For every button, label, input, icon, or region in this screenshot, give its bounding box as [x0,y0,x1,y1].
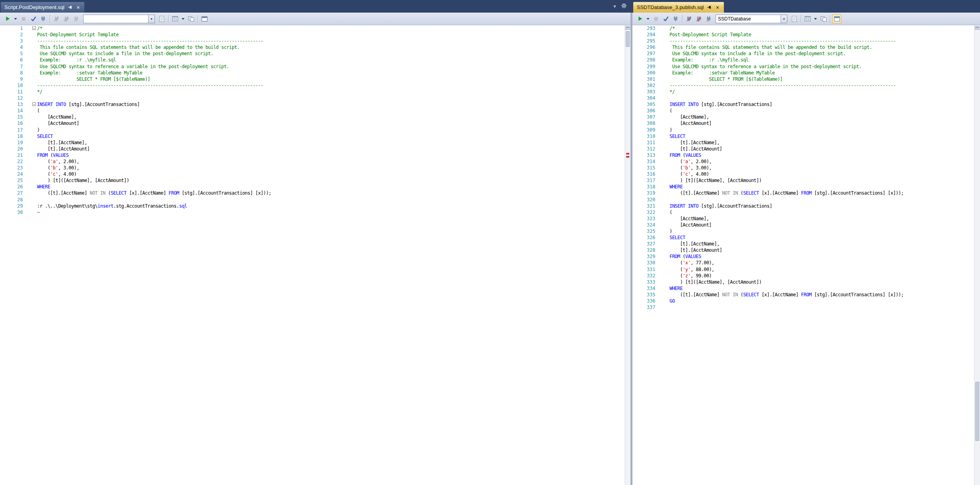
code-line[interactable]: SELECT [669,234,685,241]
code-line[interactable]: Use SQLCMD syntax to include a file in t… [669,50,846,57]
line-number[interactable]: 332 [632,273,655,279]
code-row[interactable]: 330 ('x', 77.00), [632,260,974,266]
code-line[interactable]: ) [t]([AcctName], [AcctAmount]) [37,177,129,184]
split-handle[interactable] [974,25,980,30]
line-number[interactable]: 16 [0,120,23,126]
code-line[interactable]: Example: :r .\myfile.sql [37,57,116,63]
code-row[interactable]: 4 This file contains SQL statements that… [0,44,625,50]
code-line[interactable]: /* [37,25,42,32]
line-number[interactable]: 11 [0,89,23,95]
close-icon[interactable]: × [715,4,720,10]
code-line[interactable]: Post-Deployment Script Template [37,32,119,38]
code-row[interactable]: 307 [AcctName], [632,114,974,120]
results-to-file-button[interactable] [186,15,195,23]
code-line[interactable]: ) [37,127,40,133]
code-row[interactable]: 328 [t].[AcctAmount] [632,247,974,253]
code-line[interactable]: GO [669,298,675,304]
line-number[interactable]: 309 [632,127,655,133]
line-number[interactable]: 337 [632,304,655,310]
line-number[interactable]: 3 [0,38,23,44]
line-number[interactable]: 302 [632,82,655,89]
execute-button[interactable] [636,15,645,23]
line-number[interactable]: 293 [632,25,655,32]
line-number[interactable]: 328 [632,247,655,253]
code-row[interactable]: 299 Use SQLCMD syntax to reference a var… [632,63,974,70]
change-connection-button[interactable] [72,15,81,23]
code-line[interactable]: [t].[AcctAmount] [669,247,722,253]
connect-button[interactable] [671,15,680,23]
code-line[interactable]: This file contains SQL statements that w… [37,44,240,50]
line-number[interactable]: 8 [0,70,23,76]
code-row[interactable]: 337 [632,304,974,310]
left-code-editor[interactable]: 1-/*2Post-Deployment Script Template3---… [0,25,630,485]
code-line[interactable]: ('x', 77.00), [669,260,714,266]
code-row[interactable]: 300 Example: :setvar TableName MyTable [632,70,974,76]
disconnect-button[interactable] [52,15,61,23]
line-number[interactable]: 20 [0,146,23,152]
close-icon[interactable]: × [75,4,81,10]
database-combobox[interactable]: SSDTDatabase ▾ [716,15,787,23]
code-row[interactable]: 29:r .\..\Deployment\stg\insert.stg.Acco… [0,203,625,209]
code-line[interactable]: ----------------------------------------… [669,38,896,44]
line-number[interactable]: 312 [632,146,655,152]
line-number[interactable]: 9 [0,76,23,82]
code-line[interactable]: Post-Deployment Script Template [669,32,751,38]
code-line[interactable]: ('a', 2.00), [669,158,712,165]
line-number[interactable]: 310 [632,133,655,139]
code-row[interactable]: 5 Use SQLCMD syntax to include a file in… [0,50,625,57]
line-number[interactable]: 27 [0,190,23,196]
code-line[interactable]: SELECT [37,133,53,139]
left-vertical-scrollbar[interactable] [625,25,630,485]
line-number[interactable]: 334 [632,285,655,292]
code-line[interactable]: :r .\..\Deployment\stg\insert.stg.Accoun… [37,203,187,209]
code-row[interactable]: 336GO [632,298,974,304]
line-number[interactable]: 296 [632,44,655,50]
line-number[interactable]: 1 [0,25,23,32]
code-row[interactable]: 6 Example: :r .\myfile.sql [0,57,625,63]
line-number[interactable]: 311 [632,139,655,146]
code-row[interactable]: 20 [t].[AcctAmount] [0,146,625,152]
code-line[interactable]: ('c', 4.00) [37,171,76,177]
code-line[interactable]: ('a', 2.00), [37,158,79,165]
code-row[interactable]: 313FROM (VALUES [632,152,974,158]
code-line[interactable]: */ [669,89,675,95]
code-row[interactable]: 297 Use SQLCMD syntax to include a file … [632,50,974,57]
line-number[interactable]: 304 [632,95,655,101]
code-row[interactable]: 335 ([t].[AcctName] NOT IN (SELECT [x].[… [632,292,974,298]
execute-options-chevron[interactable] [645,15,651,23]
line-number[interactable]: 327 [632,241,655,247]
line-number[interactable]: 326 [632,234,655,241]
line-number[interactable]: 329 [632,253,655,260]
fold-collapse-icon[interactable]: - [32,26,36,30]
line-number[interactable]: 308 [632,120,655,126]
code-row[interactable]: 332 ('z', 99.00) [632,273,974,279]
code-row[interactable]: 309) [632,127,974,133]
code-line[interactable]: [t].[AcctAmount] [669,146,722,152]
code-line[interactable]: [t].[AcctAmount] [37,146,90,152]
code-line[interactable]: WHERE [669,184,682,190]
code-line[interactable]: [AcctName], [37,114,76,120]
line-number[interactable]: 335 [632,292,655,298]
code-row[interactable]: 27 ([t].[AcctName] NOT IN (SELECT [x].[A… [0,190,625,196]
code-line[interactable]: FROM (VALUES [669,152,701,158]
code-line[interactable]: [t].[AcctName], [37,139,87,146]
line-number[interactable]: 4 [0,44,23,50]
line-number[interactable]: 314 [632,158,655,165]
code-row[interactable]: 30~ [0,209,625,216]
scrollbar-thumb[interactable] [975,382,979,441]
code-row[interactable]: 11*/ [0,89,625,95]
code-row[interactable]: 17) [0,127,625,133]
line-number[interactable]: 307 [632,114,655,120]
code-row[interactable]: 21FROM (VALUES [0,152,625,158]
code-row[interactable]: 333 ) [t]([AcctName], [AcctAmount]) [632,279,974,285]
code-row[interactable]: 28 [0,197,625,203]
code-line[interactable]: [t].[AcctName], [669,139,720,146]
code-row[interactable]: 19 [t].[AcctName], [0,139,625,146]
code-line[interactable]: Example: :setvar TableName MyTable [669,70,775,76]
code-line[interactable]: ('y', 88.00), [669,266,714,273]
combobox-dropdown-button[interactable]: ▾ [148,15,154,23]
code-row[interactable]: 306( [632,108,974,114]
new-query-button[interactable] [157,15,166,23]
line-number[interactable]: 322 [632,209,655,216]
code-row[interactable]: 317 ) [t]([AcctName], [AcctAmount]) [632,177,974,184]
